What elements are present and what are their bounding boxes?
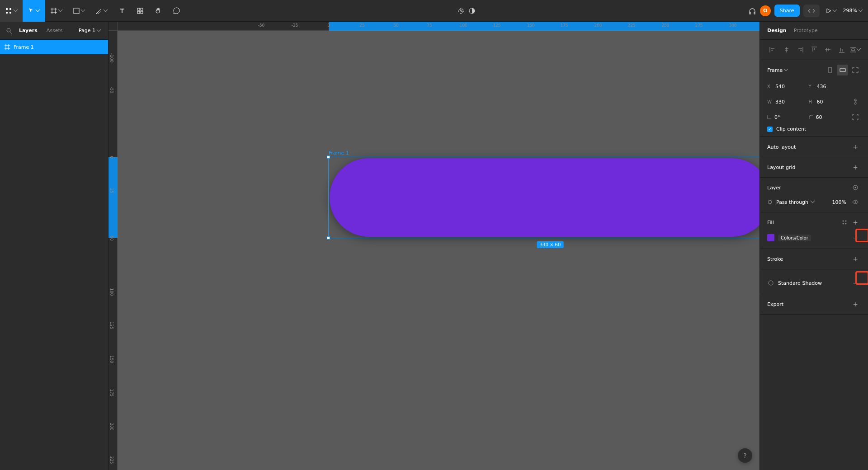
- layer-settings-button[interactable]: [850, 182, 861, 193]
- tab-design[interactable]: Design: [767, 28, 787, 33]
- share-button[interactable]: Share: [774, 5, 800, 17]
- link-dimensions-button[interactable]: [850, 96, 861, 107]
- fill-style-name[interactable]: Colors/Color: [778, 235, 811, 241]
- y-input[interactable]: Y436: [809, 80, 847, 93]
- align-bottom-button[interactable]: [836, 44, 847, 55]
- visibility-toggle[interactable]: [850, 197, 861, 207]
- frame-icon: [5, 44, 10, 50]
- opacity-input[interactable]: 100%: [828, 199, 846, 205]
- ruler-tick: 100: [459, 23, 467, 28]
- resize-handle-sw[interactable]: [327, 236, 330, 240]
- hand-icon: [155, 7, 162, 14]
- effect-icon[interactable]: [767, 279, 774, 287]
- text-tool-button[interactable]: [113, 0, 131, 22]
- tab-assets[interactable]: Assets: [42, 22, 67, 40]
- help-button[interactable]: ?: [738, 448, 752, 463]
- search-button[interactable]: [4, 25, 14, 36]
- resize-handle-nw[interactable]: [327, 155, 330, 159]
- frame-tool-button[interactable]: [45, 0, 68, 22]
- frame-icon: [51, 8, 57, 14]
- ruler-tick: 125: [109, 321, 114, 329]
- layer-row[interactable]: Frame 1: [0, 40, 108, 54]
- left-panel-header: Layers Assets Page 1: [0, 22, 108, 40]
- pen-tool-button[interactable]: [90, 0, 113, 22]
- canvas-content[interactable]: Frame 1 330 × 60: [118, 31, 760, 470]
- fill-swatch[interactable]: [767, 234, 774, 241]
- hand-tool-button[interactable]: [149, 0, 167, 22]
- component-set-icon[interactable]: [458, 7, 465, 14]
- resources-button[interactable]: [131, 0, 149, 22]
- comment-tool-button[interactable]: [167, 0, 185, 22]
- frame-type-selector[interactable]: Frame: [767, 67, 788, 73]
- svg-rect-11: [829, 67, 831, 73]
- present-button[interactable]: [823, 5, 840, 16]
- ruler-tick: 200: [594, 23, 602, 28]
- shape-tool-button[interactable]: [68, 0, 90, 22]
- distribute-button[interactable]: [850, 44, 861, 55]
- clip-content-checkbox[interactable]: [767, 127, 773, 132]
- zoom-level[interactable]: 298%: [843, 8, 863, 14]
- frame-label[interactable]: Frame 1: [329, 150, 349, 156]
- play-icon: [826, 8, 831, 14]
- add-stroke-button[interactable]: +: [850, 254, 861, 264]
- page-selector[interactable]: Page 1: [79, 28, 104, 33]
- resize-to-fit-button[interactable]: [850, 65, 861, 75]
- add-fill-button[interactable]: +: [850, 217, 861, 228]
- ruler-tick: 60: [109, 235, 114, 240]
- align-right-button[interactable]: [795, 44, 806, 55]
- rotation-input[interactable]: 0°: [767, 111, 805, 123]
- remove-effect-button[interactable]: −: [850, 277, 861, 289]
- add-layout-grid-button[interactable]: +: [850, 162, 861, 173]
- align-top-button[interactable]: [809, 44, 820, 55]
- add-export-button[interactable]: +: [850, 299, 861, 310]
- headphones-icon[interactable]: [748, 7, 756, 15]
- remove-fill-button[interactable]: −: [850, 231, 861, 244]
- main-menu-button[interactable]: [0, 0, 23, 22]
- tab-prototype[interactable]: Prototype: [794, 28, 818, 33]
- move-tool-button[interactable]: [23, 0, 45, 22]
- ruler-tick: 250: [661, 23, 669, 28]
- add-auto-layout-button[interactable]: +: [850, 141, 861, 152]
- radius-input[interactable]: 60: [809, 111, 847, 123]
- svg-point-19: [843, 223, 844, 225]
- fill-styles-button[interactable]: [839, 217, 850, 228]
- chevron-down-icon: [833, 9, 837, 13]
- svg-point-10: [7, 28, 10, 32]
- svg-point-18: [845, 221, 847, 222]
- ruler-horizontal: -50 -25 0 25 50 75 100 125 150 175 200 2…: [118, 22, 760, 31]
- chevron-down-icon: [36, 9, 40, 13]
- height-input[interactable]: H60: [809, 95, 847, 108]
- dimensions-badge: 330 × 60: [537, 241, 564, 248]
- effect-name[interactable]: Standard Shadow: [778, 280, 822, 286]
- main-area: Layers Assets Page 1 Frame 1 -50 -25 0 2…: [0, 22, 868, 470]
- ruler-tick: 175: [109, 389, 114, 396]
- ruler-tick: 25: [359, 23, 364, 28]
- tab-layers[interactable]: Layers: [14, 22, 42, 40]
- width-input[interactable]: W330: [767, 95, 805, 108]
- dev-mode-button[interactable]: [803, 5, 820, 17]
- blend-mode-selector[interactable]: Pass through: [776, 199, 825, 205]
- chevron-down-icon: [784, 68, 788, 72]
- contrast-icon[interactable]: [468, 7, 476, 14]
- figma-logo-icon: [5, 7, 12, 14]
- zoom-value: 298%: [843, 8, 857, 14]
- canvas[interactable]: -50 -25 0 25 50 75 100 125 150 175 200 2…: [108, 22, 760, 470]
- layout-vertical-button[interactable]: [825, 65, 835, 75]
- layout-horizontal-button[interactable]: [837, 65, 848, 75]
- ruler-tick: -100: [109, 53, 114, 62]
- independent-corners-button[interactable]: [850, 112, 861, 122]
- user-avatar[interactable]: O: [760, 5, 771, 16]
- chevron-down-icon: [14, 9, 18, 13]
- align-left-button[interactable]: [767, 44, 778, 55]
- ruler-tick: 275: [695, 23, 703, 28]
- align-center-h-button[interactable]: [781, 44, 792, 55]
- svg-rect-3: [9, 12, 11, 14]
- svg-rect-2: [9, 8, 11, 10]
- radius-icon: [809, 115, 813, 119]
- align-center-v-button[interactable]: [822, 44, 833, 55]
- ruler-vertical: -100 -50 0 25 60 100 125 150 175 200 225: [108, 22, 118, 470]
- chevron-down-icon: [97, 29, 101, 33]
- svg-rect-8: [141, 11, 143, 14]
- x-input[interactable]: X540: [767, 80, 805, 93]
- layer-name: Frame 1: [14, 44, 34, 50]
